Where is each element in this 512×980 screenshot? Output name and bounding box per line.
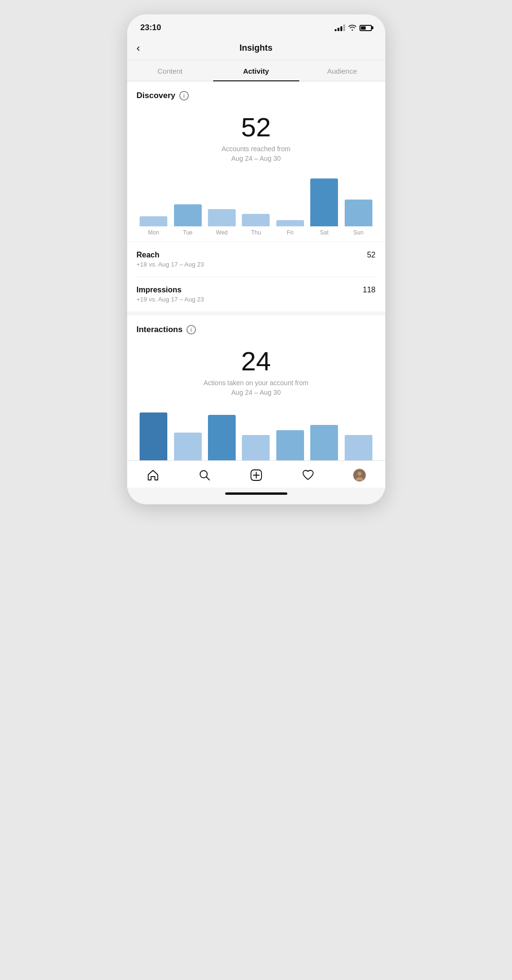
search-icon xyxy=(198,468,211,482)
impressions-value: 118 xyxy=(363,286,376,294)
status-bar: 23:10 xyxy=(127,14,385,38)
label-tue: Tue xyxy=(171,229,205,236)
svg-point-6 xyxy=(358,472,361,476)
add-icon xyxy=(250,468,263,482)
discovery-stats: Reach +18 vs. Aug 17 – Aug 23 52 Impress… xyxy=(127,242,385,312)
status-icons xyxy=(335,24,372,32)
interactions-section: Interactions i xyxy=(127,312,385,334)
interactions-big-number: 24 Actions taken on your account fromAug… xyxy=(127,336,385,400)
bar-tue xyxy=(171,204,205,226)
label-sun: Sun xyxy=(341,229,375,236)
nav-activity[interactable] xyxy=(294,467,322,484)
svg-line-1 xyxy=(206,477,209,480)
label-sat: Sat xyxy=(307,229,341,236)
impressions-sub: +19 vs. Aug 17 – Aug 23 xyxy=(137,296,204,303)
phone-frame: 23:10 ‹ Insights xyxy=(127,14,385,504)
int-bar-mon xyxy=(137,412,171,460)
bar-sat xyxy=(307,178,341,226)
discovery-chart: Mon Tue Wed Thu Fri Sat Sun xyxy=(127,166,385,242)
tabs-bar: Content Activity Audience xyxy=(127,60,385,81)
bar-thu xyxy=(239,214,273,226)
reach-label: Accounts reached fromAug 24 – Aug 30 xyxy=(137,145,376,163)
int-bar-fri xyxy=(273,430,307,460)
nav-home[interactable] xyxy=(139,467,167,484)
nav-add[interactable] xyxy=(242,467,271,484)
main-content: Discovery i 52 Accounts reached fromAug … xyxy=(127,81,385,460)
page-title: Insights xyxy=(240,43,272,53)
bar-sun xyxy=(341,200,375,226)
reach-row: Reach +18 vs. Aug 17 – Aug 23 52 xyxy=(137,242,376,277)
int-bar-sat xyxy=(307,425,341,460)
bar-wed xyxy=(205,209,239,226)
nav-profile[interactable] xyxy=(345,467,374,484)
bar-mon xyxy=(137,216,171,226)
impressions-label: Impressions xyxy=(137,286,204,294)
discovery-info-icon[interactable]: i xyxy=(179,91,189,100)
heart-icon xyxy=(301,468,315,482)
impressions-info: Impressions +19 vs. Aug 17 – Aug 23 xyxy=(137,286,204,303)
interactions-label: Actions taken on your account fromAug 24… xyxy=(137,379,376,397)
tab-activity[interactable]: Activity xyxy=(213,60,299,81)
page-header: ‹ Insights xyxy=(127,38,385,60)
home-icon xyxy=(146,468,160,482)
tab-audience[interactable]: Audience xyxy=(299,60,385,81)
battery-icon xyxy=(359,25,372,31)
home-bar xyxy=(225,492,287,495)
reach-count: 52 xyxy=(137,114,376,141)
discovery-title: Discovery i xyxy=(137,91,376,100)
back-button[interactable]: ‹ xyxy=(137,42,140,55)
tab-content[interactable]: Content xyxy=(127,60,213,81)
label-mon: Mon xyxy=(137,229,171,236)
label-thu: Thu xyxy=(239,229,273,236)
bottom-nav xyxy=(127,460,385,488)
nav-search[interactable] xyxy=(190,467,219,484)
reach-value: 52 xyxy=(367,251,376,259)
wifi-icon xyxy=(348,24,357,32)
discovery-chart-labels: Mon Tue Wed Thu Fri Sat Sun xyxy=(135,226,378,242)
interactions-bars xyxy=(135,408,378,460)
label-wed: Wed xyxy=(205,229,239,236)
reach-sub: +18 vs. Aug 17 – Aug 23 xyxy=(137,261,204,268)
int-bar-sun xyxy=(341,435,375,460)
reach-label: Reach xyxy=(137,251,204,259)
signal-icon xyxy=(335,24,345,31)
reach-big-number: 52 Accounts reached fromAug 24 – Aug 30 xyxy=(127,102,385,166)
bar-fri xyxy=(273,220,307,226)
interactions-info-icon[interactable]: i xyxy=(186,325,196,334)
int-bar-wed xyxy=(205,415,239,460)
interactions-chart xyxy=(127,400,385,460)
impressions-row: Impressions +19 vs. Aug 17 – Aug 23 118 xyxy=(137,277,376,312)
discovery-bars xyxy=(135,174,378,226)
discovery-section: Discovery i xyxy=(127,81,385,100)
label-fri: Fri xyxy=(273,229,307,236)
reach-info: Reach +18 vs. Aug 17 – Aug 23 xyxy=(137,251,204,268)
status-time: 23:10 xyxy=(141,23,161,33)
profile-avatar xyxy=(353,468,366,482)
int-bar-thu xyxy=(239,435,273,460)
int-bar-tue xyxy=(171,433,205,460)
interactions-count: 24 xyxy=(137,348,376,375)
interactions-title: Interactions i xyxy=(137,325,376,334)
home-indicator xyxy=(127,488,385,501)
